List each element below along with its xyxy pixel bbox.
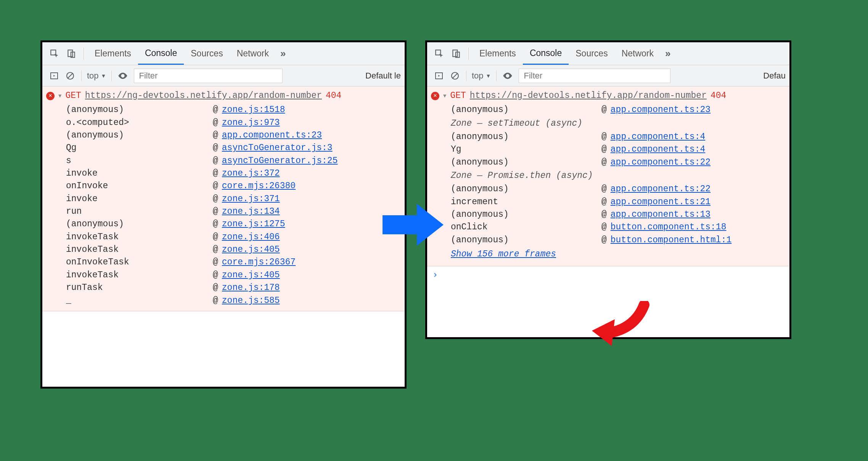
more-tabs-icon[interactable]: » [661, 48, 675, 59]
frame-function: increment [451, 196, 601, 208]
devtools-panel-after: Elements Console Sources Network » top ▼… [425, 40, 791, 339]
console-output: ✕ ▼ GET https://ng-devtools.netlify.app/… [42, 86, 405, 311]
inspect-icon[interactable] [432, 46, 447, 61]
frame-source-link[interactable]: zone.js:372 [222, 167, 280, 180]
log-levels[interactable]: Defau [763, 71, 786, 81]
console-prompt[interactable]: › [427, 266, 789, 283]
disclosure-triangle-icon[interactable]: ▼ [443, 92, 446, 100]
sidebar-toggle-icon[interactable] [432, 69, 446, 83]
stack-frame: o.<computed>@zone.js:973 [46, 117, 401, 129]
tab-label: Console [145, 48, 177, 58]
disclosure-triangle-icon[interactable]: ▼ [58, 92, 61, 100]
frame-source-link[interactable]: zone.js:973 [222, 117, 280, 129]
stack-trace: (anonymous)@zone.js:1518o.<computed>@zon… [42, 104, 405, 311]
stack-frame: invokeTask@zone.js:406 [46, 231, 401, 243]
filter-input[interactable] [519, 69, 670, 83]
http-status: 404 [710, 90, 726, 102]
frame-source-link[interactable]: zone.js:405 [222, 269, 280, 282]
stack-frame: invokeTask@zone.js:405 [46, 269, 401, 282]
inspect-icon[interactable] [47, 46, 62, 61]
frame-source-link[interactable]: zone.js:585 [222, 295, 280, 307]
tab-console[interactable]: Console [138, 42, 184, 65]
frame-source-link[interactable]: zone.js:371 [222, 193, 280, 205]
error-url[interactable]: https://ng-devtools.netlify.app/random-n… [470, 90, 707, 102]
tab-sources[interactable]: Sources [569, 42, 614, 65]
divider [81, 70, 82, 81]
at-symbol: @ [601, 196, 607, 208]
frame-source-link[interactable]: app.component.ts:22 [611, 156, 710, 169]
frame-source-link[interactable]: zone.js:134 [222, 205, 280, 218]
chevron-down-icon: ▼ [101, 73, 106, 79]
stack-frame: increment@app.component.ts:21 [431, 196, 786, 208]
at-symbol: @ [601, 104, 607, 116]
frame-source-link[interactable]: zone.js:405 [222, 243, 280, 256]
stack-frame: (anonymous)@app.component.ts:13 [431, 208, 786, 221]
svg-line-5 [68, 74, 72, 78]
frame-source-link[interactable]: zone.js:1518 [222, 104, 285, 116]
log-levels[interactable]: Default le [365, 71, 401, 81]
device-toggle-icon[interactable] [64, 46, 79, 61]
frame-function: (anonymous) [66, 129, 213, 142]
frame-function: (anonymous) [451, 156, 601, 169]
error-message[interactable]: ✕ ▼ GET https://ng-devtools.netlify.app/… [42, 86, 405, 104]
show-more-frames-link[interactable]: Show 156 more frames [431, 247, 786, 262]
tab-elements[interactable]: Elements [88, 42, 138, 65]
frame-source-link[interactable]: core.mjs:26380 [222, 180, 296, 192]
tab-network[interactable]: Network [230, 42, 276, 65]
tab-sources[interactable]: Sources [184, 42, 230, 65]
at-symbol: @ [601, 234, 607, 247]
tab-label: Sources [575, 48, 608, 59]
frame-function: invokeTask [66, 231, 213, 243]
frame-source-link[interactable]: app.component.ts:22 [611, 183, 710, 195]
tab-network[interactable]: Network [615, 42, 661, 65]
frame-source-link[interactable]: asyncToGenerator.js:25 [222, 155, 338, 167]
frame-source-link[interactable]: button.component.html:1 [611, 234, 731, 247]
at-symbol: @ [213, 205, 218, 218]
context-selector[interactable]: top ▼ [85, 71, 108, 81]
frame-source-link[interactable]: zone.js:1275 [222, 218, 285, 230]
more-tabs-icon[interactable]: » [276, 48, 290, 59]
error-message[interactable]: ✕ ▼ GET https://ng-devtools.netlify.app/… [427, 86, 789, 104]
frame-source-link[interactable]: asyncToGenerator.js:3 [222, 142, 333, 154]
tab-label: Network [237, 48, 269, 59]
error-url[interactable]: https://ng-devtools.netlify.app/random-n… [85, 90, 322, 102]
tab-label: Network [622, 48, 654, 59]
at-symbol: @ [601, 208, 607, 221]
divider [466, 70, 466, 81]
frame-function: onInvoke [66, 180, 213, 192]
tab-console[interactable]: Console [523, 42, 569, 65]
frame-source-link[interactable]: button.component.ts:18 [611, 221, 727, 234]
at-symbol: @ [213, 155, 218, 167]
stack-frame: (anonymous)@app.component.ts:22 [431, 183, 786, 195]
stack-frame: (anonymous)@app.component.ts:23 [46, 129, 401, 142]
frame-source-link[interactable]: app.component.ts:21 [611, 196, 710, 208]
frame-source-link[interactable]: zone.js:406 [222, 231, 280, 243]
sidebar-toggle-icon[interactable] [47, 69, 61, 83]
at-symbol: @ [213, 218, 218, 230]
frame-source-link[interactable]: app.component.ts:23 [222, 129, 322, 142]
tab-elements[interactable]: Elements [473, 42, 523, 65]
http-method: GET [450, 90, 466, 102]
context-label: top [87, 71, 99, 81]
stack-frame: runTask@zone.js:178 [46, 282, 401, 294]
frame-source-link[interactable]: zone.js:178 [222, 282, 280, 294]
frame-source-link[interactable]: app.component.ts:4 [611, 143, 705, 156]
prompt-chevron-icon: › [432, 269, 438, 280]
frame-function: invokeTask [66, 243, 213, 256]
live-expression-icon[interactable] [116, 69, 130, 83]
filter-input[interactable] [134, 69, 283, 83]
frame-source-link[interactable]: app.component.ts:4 [611, 131, 705, 143]
frame-function: (anonymous) [451, 234, 601, 247]
frame-function: o.<computed> [66, 117, 213, 129]
context-selector[interactable]: top ▼ [469, 71, 493, 81]
context-label: top [472, 71, 484, 81]
clear-console-icon[interactable] [63, 69, 77, 83]
frame-source-link[interactable]: app.component.ts:13 [611, 208, 710, 221]
frame-source-link[interactable]: core.mjs:26367 [222, 256, 296, 269]
frame-source-link[interactable]: app.component.ts:23 [611, 104, 710, 116]
clear-console-icon[interactable] [448, 69, 462, 83]
svg-rect-8 [453, 50, 457, 56]
live-expression-icon[interactable] [500, 69, 515, 83]
device-toggle-icon[interactable] [448, 46, 464, 61]
at-symbol: @ [213, 142, 218, 154]
